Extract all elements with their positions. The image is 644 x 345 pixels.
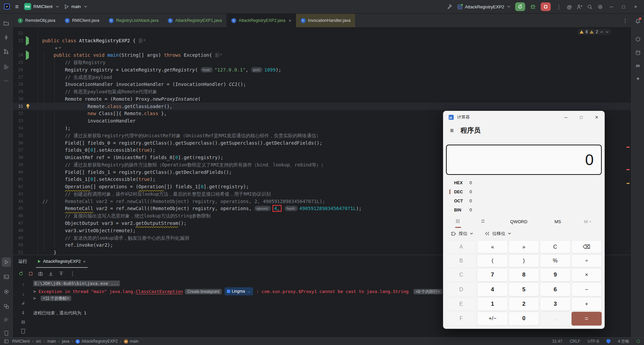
code-line[interactable]: 24 public static void main(String[] args… (13, 51, 631, 59)
todo-tool-button[interactable] (2, 315, 11, 325)
run-tool-button[interactable] (2, 257, 11, 267)
tab-InvocationHandler.java[interactable]: CInvocationHandler.java (296, 14, 355, 27)
bitwise-dropdown[interactable]: 按位 (451, 231, 473, 237)
calc-key-3[interactable]: 3 (540, 297, 570, 311)
breadcrumb-item[interactable]: main (47, 339, 56, 344)
code-line[interactable]: 22 (13, 30, 631, 37)
stop-button[interactable] (541, 2, 551, 11)
stop-icon[interactable] (29, 272, 33, 276)
exception-link[interactable]: ClassCastException (136, 289, 183, 294)
calc-key-0[interactable]: 0 (509, 312, 539, 326)
console-more-icon[interactable]: ⋮ (69, 270, 76, 277)
radix-row-bin[interactable]: BIN0 (448, 205, 600, 214)
indent-setting[interactable]: 4 空格 (618, 339, 629, 344)
code-line[interactable]: 27 // 生成恶意payload (13, 73, 631, 81)
calc-key-)[interactable]: ) (509, 254, 539, 267)
breadcrumb-item[interactable]: RMIClient (12, 339, 30, 344)
memory-store-button[interactable]: MS (539, 216, 576, 227)
warning-stripe-mark[interactable] (627, 183, 630, 184)
error-stripe-mark[interactable] (627, 147, 630, 148)
project-widget[interactable]: RM RMIClient (24, 3, 59, 10)
calc-key-6[interactable]: 6 (540, 283, 570, 296)
tab-AttackRegistryEXP2.java[interactable]: CAttackRegistryEXP2.java× (227, 14, 296, 27)
calc-key-8[interactable]: 8 (509, 268, 539, 282)
ai-status-icon[interactable] (637, 340, 640, 343)
services-tool-button[interactable] (2, 287, 11, 296)
main-menu-icon[interactable]: ≡ (14, 4, 19, 10)
console-chip[interactable]: <11 个折叠帧> (41, 296, 71, 301)
inspections-widget[interactable]: 8 2 (577, 29, 611, 35)
breadcrumb-item[interactable]: src (36, 339, 41, 344)
structure-tool-button[interactable] (2, 62, 11, 71)
code-with-me-icon[interactable] (577, 4, 582, 10)
ai-inline-action[interactable]: ◆ (55, 44, 61, 52)
caret-position[interactable]: 31:47 (552, 339, 562, 344)
branch-widget[interactable]: main (64, 4, 87, 9)
console-chip[interactable]: <8 个内部行> (413, 289, 442, 294)
word-size-button[interactable]: QWORD (498, 216, 539, 227)
run-line-icon[interactable] (26, 52, 29, 58)
scroll-up-icon[interactable] (59, 271, 64, 276)
lingma-action-chip[interactable]: Lingma→ (225, 287, 253, 295)
tab-RMIClient.java[interactable]: CRMIClient.java (60, 14, 104, 27)
run-configuration-selector[interactable]: AttackRegistryEXP2 (457, 4, 510, 9)
commit-tool-button[interactable] (2, 33, 11, 42)
radix-row-hex[interactable]: HEX0 (448, 178, 600, 187)
collapse-all-icon[interactable]: ⊟ (21, 319, 25, 325)
calc-key-=[interactable]: = (572, 312, 602, 326)
code-line[interactable]: 29 // 将恶意payload包装成Remote代理对象 (13, 88, 631, 95)
calc-key-«[interactable]: « (477, 240, 507, 253)
breadcrumb-item[interactable]: java (62, 339, 69, 344)
calc-menu-icon[interactable]: ≡ (450, 127, 454, 134)
calc-key-+/−[interactable]: +/− (477, 312, 507, 326)
run-line-icon[interactable] (26, 38, 29, 44)
database-tool-button[interactable] (633, 48, 643, 57)
maximize-button[interactable]: □ (620, 4, 627, 9)
code-line[interactable]: 23public class AttackRegistryEXP2 { 新* (13, 37, 631, 44)
soft-wrap-icon[interactable]: ↲ (21, 301, 25, 306)
calc-key-([interactable]: ( (477, 254, 507, 267)
close-tab-icon[interactable]: × (289, 18, 291, 23)
error-stripe-mark[interactable] (627, 169, 630, 170)
rerun-button[interactable] (515, 2, 525, 11)
notifications-button[interactable] (633, 16, 643, 26)
more-tool-windows-button[interactable]: ⋯ (2, 76, 11, 86)
calc-maximize-button[interactable]: □ (574, 111, 589, 123)
calc-key-C[interactable]: C (540, 240, 570, 253)
problems-tool-button[interactable] (2, 302, 11, 311)
up-stack-icon[interactable]: ↑ (22, 282, 24, 287)
calc-key-1[interactable]: 1 (477, 297, 507, 311)
tab-options-icon[interactable]: ⋮ (622, 17, 629, 24)
code-line[interactable]: 31 Remote.class.getClassLoader(), (13, 103, 631, 110)
more-actions-icon[interactable]: ⋮ (555, 4, 562, 10)
search-icon[interactable] (587, 4, 593, 10)
scroll-to-end-icon[interactable]: ⇓ (21, 310, 25, 315)
calc-key-%[interactable]: % (540, 254, 570, 267)
ai-assistant-icon[interactable]: @ (567, 4, 572, 10)
memory-menu-button[interactable]: M (576, 216, 600, 227)
console-chip[interactable]: Create breakpoint (185, 289, 221, 294)
tab-AttackRegistryEXP1.java[interactable]: CAttackRegistryEXP1.java (163, 14, 227, 27)
prev-issue-icon[interactable] (600, 31, 603, 34)
shield-icon[interactable] (606, 339, 610, 344)
intention-bulb-icon[interactable] (26, 104, 30, 109)
lingma-tool-button[interactable] (633, 74, 643, 84)
tool-window-widget-icon[interactable] (4, 339, 9, 344)
project-tool-button[interactable] (2, 18, 11, 28)
calc-key-9[interactable]: 9 (540, 268, 570, 282)
debug-bug-icon[interactable] (530, 4, 536, 10)
breadcrumb-item[interactable]: mmain (124, 339, 139, 344)
calc-key-÷[interactable]: ÷ (572, 254, 602, 267)
radix-row-dec[interactable]: DEC0 (448, 187, 600, 196)
close-tab-icon[interactable]: × (83, 259, 86, 264)
line-ending[interactable]: CRLF (570, 339, 580, 344)
scroll-down-icon[interactable] (48, 271, 53, 276)
code-line[interactable]: 26 Registry registry = LocateRegistry.ge… (13, 66, 631, 73)
code-line[interactable]: 28 InvocationHandler invocationHandler =… (13, 81, 631, 88)
calc-key-−[interactable]: − (572, 283, 602, 296)
calc-key-2[interactable]: 2 (509, 297, 539, 311)
calc-key-+[interactable]: + (572, 297, 602, 311)
pull-requests-tool-button[interactable] (2, 47, 11, 56)
thread-dump-camera-icon[interactable] (38, 271, 43, 276)
bitshift-dropdown[interactable]: 位移位 (485, 231, 511, 237)
